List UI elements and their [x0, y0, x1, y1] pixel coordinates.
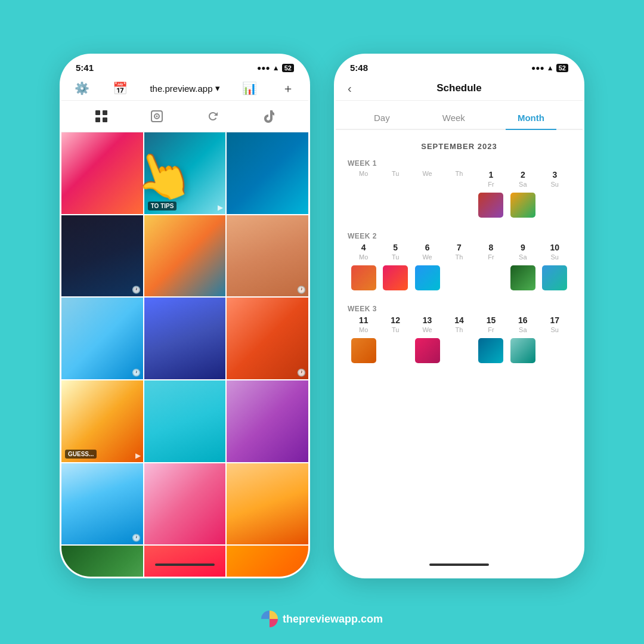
post-thumbnail[interactable]	[478, 193, 503, 218]
grid-cell[interactable]: 🕐	[227, 215, 308, 297]
week-img-cell[interactable]	[348, 263, 379, 290]
week-img-cell[interactable]	[539, 263, 571, 290]
day-cell: Th	[443, 170, 475, 188]
week-img-cell[interactable]	[411, 263, 443, 290]
home-bar	[155, 564, 215, 566]
view-tabs: Day Week Month	[336, 101, 583, 130]
week-img-cell[interactable]	[475, 336, 507, 363]
grid-cell[interactable]: 🕐	[61, 215, 143, 297]
day-cell: We	[411, 170, 443, 188]
chart-icon[interactable]: 📊	[242, 80, 258, 97]
week-images-row-3	[348, 333, 571, 367]
left-status-icons: ●●● ▲ 52	[257, 64, 294, 72]
clock-icon: 🕐	[297, 286, 306, 294]
grid-cell[interactable]	[144, 380, 226, 462]
day-cell[interactable]: 8 Fr	[475, 243, 507, 261]
day-cell[interactable]: 3 Su	[539, 170, 571, 188]
post-thumbnail[interactable]	[542, 265, 567, 290]
svg-rect-1	[103, 110, 107, 115]
cell-label: GUESS...	[65, 450, 97, 459]
video-icon: ▶	[218, 203, 223, 212]
post-thumbnail[interactable]	[351, 265, 376, 290]
post-thumbnail[interactable]	[478, 338, 503, 363]
back-button[interactable]: ‹	[348, 82, 352, 95]
day-cell[interactable]: 7 Th	[443, 243, 475, 261]
tab-month[interactable]: Month	[506, 108, 556, 129]
day-cell[interactable]: 10 Su	[539, 243, 571, 261]
week-section-1: WEEK 1 Mo Tu We Th 1	[348, 156, 571, 221]
day-cell[interactable]: 12 Tu	[379, 315, 411, 333]
week-img-cell[interactable]	[507, 190, 538, 218]
tab-week[interactable]: Week	[431, 108, 477, 129]
day-cell[interactable]: 6 We	[411, 243, 443, 261]
week-img-cell	[379, 190, 411, 218]
tab-reels[interactable]	[146, 106, 168, 127]
left-tab-bar	[61, 101, 308, 132]
svg-rect-0	[95, 110, 100, 115]
gear-icon[interactable]: ⚙️	[73, 80, 90, 97]
left-status-bar: 5:41 ●●● ▲ 52	[61, 55, 308, 76]
grid-cell[interactable]: 🕐	[61, 463, 143, 545]
week-img-cell[interactable]	[379, 263, 411, 290]
svg-rect-2	[95, 117, 100, 122]
grid-cell[interactable]	[227, 132, 308, 214]
grid-cell[interactable]	[144, 215, 226, 297]
grid-cell[interactable]: GUESS... ▶	[61, 380, 143, 462]
week-img-cell	[443, 190, 475, 218]
calendar-body: SEPTEMBER 2023 WEEK 1 Mo Tu We Th	[336, 130, 583, 544]
add-icon[interactable]: ＋	[280, 80, 296, 97]
tab-day[interactable]: Day	[362, 108, 402, 129]
week-section-2: WEEK 2 4 Mo 5 Tu 6 We 7	[348, 228, 571, 294]
day-cell[interactable]: 1 Fr	[475, 170, 507, 188]
tab-tiktok[interactable]	[258, 106, 279, 127]
day-cell: Tu	[379, 170, 411, 188]
day-cell[interactable]: 14 Th	[443, 315, 475, 333]
week-img-cell[interactable]	[348, 336, 379, 363]
home-indicator-right	[336, 556, 583, 573]
grid-cell[interactable]	[144, 298, 226, 379]
week-label: WEEK 3	[348, 301, 571, 315]
day-cell[interactable]: 5 Tu	[379, 243, 411, 261]
month-title: SEPTEMBER 2023	[348, 136, 571, 156]
post-thumbnail[interactable]	[351, 338, 376, 363]
day-cell[interactable]: 9 Sa	[507, 243, 538, 261]
day-cell[interactable]: 13 We	[411, 315, 443, 333]
grid-cell[interactable]: 🕐	[61, 298, 143, 379]
day-cell[interactable]: 4 Mo	[348, 243, 379, 261]
tab-grid[interactable]	[91, 106, 112, 127]
grid-cell[interactable]	[227, 463, 308, 545]
post-thumbnail[interactable]	[510, 193, 535, 218]
grid-cell[interactable]	[144, 463, 226, 545]
right-status-bar: 5:48 ●●● ▲ 52	[336, 55, 583, 76]
post-thumbnail[interactable]	[415, 265, 440, 290]
svg-rect-3	[103, 117, 107, 122]
day-cell[interactable]: 11 Mo	[348, 315, 379, 333]
grid-cell[interactable]	[227, 380, 308, 462]
tab-refresh[interactable]	[202, 106, 224, 127]
grid-cell[interactable]: 🕐	[227, 298, 308, 379]
post-thumbnail[interactable]	[383, 265, 408, 290]
post-thumbnail[interactable]	[510, 265, 535, 290]
week-img-cell[interactable]	[475, 190, 507, 218]
dropdown-chevron: ▾	[215, 83, 220, 94]
post-thumbnail[interactable]	[510, 338, 535, 363]
schedule-title: Schedule	[436, 82, 482, 94]
day-cell[interactable]: 2 Sa	[507, 170, 538, 188]
clock-icon: 🕐	[132, 534, 141, 542]
account-selector[interactable]: the.preview.app ▾	[150, 83, 219, 94]
left-toolbar: ⚙️ 📅 the.preview.app ▾ 📊 ＋	[61, 76, 308, 101]
week-img-cell[interactable]	[411, 336, 443, 363]
week-img-cell	[379, 336, 411, 363]
calendar-icon[interactable]: 📅	[112, 80, 128, 97]
day-cell[interactable]: 16 Sa	[507, 315, 538, 333]
day-cell[interactable]: 17 Su	[539, 315, 571, 333]
week-img-cell[interactable]	[507, 263, 538, 290]
post-thumbnail[interactable]	[415, 338, 440, 363]
week-label: WEEK 1	[348, 156, 571, 170]
clock-icon: 🕐	[132, 369, 141, 377]
battery-badge: 52	[282, 64, 294, 72]
week-img-cell[interactable]	[507, 336, 538, 363]
clock-icon: 🕐	[297, 369, 306, 377]
svg-point-6	[156, 116, 158, 117]
day-cell[interactable]: 15 Fr	[475, 315, 507, 333]
